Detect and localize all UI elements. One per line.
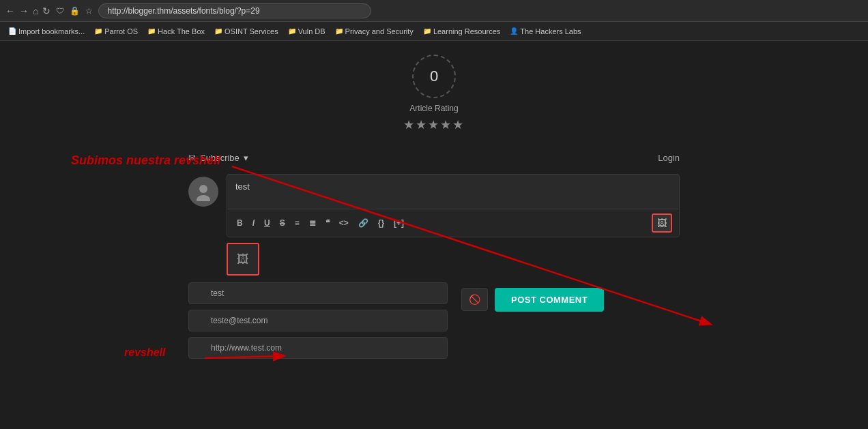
comment-section: ✉ Subscribe ▾ Login test B I <box>175 153 693 359</box>
url-field-wrapper: 🔗 <box>188 337 448 359</box>
bookmark-vulndb[interactable]: 📁 Vuln DB <box>284 26 330 37</box>
nav-refresh[interactable]: ↻ <box>42 5 50 16</box>
bookmark-learning-icon: 📁 <box>423 27 431 35</box>
shield-icon: 🛡 <box>56 6 64 16</box>
nav-back[interactable]: ← <box>5 5 15 16</box>
no-robot-button[interactable]: 🚫 <box>461 288 488 311</box>
bold-button[interactable]: B <box>234 217 246 229</box>
name-field-wrapper: 👤 <box>188 282 448 304</box>
svg-point-1 <box>197 195 210 201</box>
bookmark-htb-icon: 📁 <box>147 27 156 35</box>
fields-right: 🚫 POST COMMENT <box>461 282 604 359</box>
uploaded-image-icon: 🖼 <box>237 252 249 267</box>
fields-left: 👤 @ 🔗 <box>188 282 448 359</box>
email-field-wrapper: @ <box>188 310 448 331</box>
login-link[interactable]: Login <box>658 153 680 163</box>
bookmark-import[interactable]: 📄 Import bookmarks... <box>4 26 89 37</box>
email-field[interactable] <box>188 310 448 331</box>
image-icon: 🖼 <box>657 218 667 228</box>
italic-button[interactable]: I <box>250 217 257 229</box>
ordered-list-button[interactable]: ≡ <box>292 217 302 229</box>
bookmark-star-icon: ☆ <box>85 6 93 16</box>
bookmarks-bar: 📄 Import bookmarks... 📁 Parrot OS 📁 Hack… <box>0 22 868 41</box>
uploaded-image-preview[interactable]: 🖼 <box>227 243 259 276</box>
nav-home[interactable]: ⌂ <box>33 5 38 16</box>
no-robot-icon: 🚫 <box>469 294 480 305</box>
svg-point-0 <box>199 185 207 193</box>
bookmark-hackers[interactable]: 👤 The Hackers Labs <box>506 26 585 37</box>
bookmark-import-icon: 📄 <box>8 27 16 35</box>
url-field[interactable] <box>188 337 448 359</box>
subscribe-row: ✉ Subscribe ▾ Login <box>188 153 680 163</box>
editor-content[interactable]: test <box>227 175 679 209</box>
blockquote-button[interactable]: ❝ <box>323 217 332 229</box>
bookmark-osint-icon: 📁 <box>214 27 222 35</box>
lock-icon: 🔒 <box>70 6 80 16</box>
code-button[interactable]: <> <box>336 217 351 229</box>
rating-label: Article Rating <box>409 104 458 113</box>
bookmark-htb[interactable]: 📁 Hack The Box <box>143 26 209 37</box>
bookmark-parrot-icon: 📁 <box>94 27 102 35</box>
rating-circle: 0 <box>412 55 456 98</box>
address-bar[interactable]: http://blogger.thm/assets/fonts/blog/?p=… <box>98 3 371 18</box>
nav-forward[interactable]: → <box>19 5 29 16</box>
main-content: 0 Article Rating ★★★★★ ✉ Subscribe ▾ Log… <box>0 41 868 429</box>
post-comment-button[interactable]: POST COMMENT <box>495 288 604 312</box>
comment-input-area: test B I U S ≡ ≣ ❝ <> 🔗 {} [+] 🖼 <box>188 174 680 237</box>
rating-section: 0 Article Rating ★★★★★ <box>0 55 868 132</box>
comment-fields: 👤 @ 🔗 🚫 POST COMMENT <box>188 282 680 359</box>
bookmark-parrot[interactable]: 📁 Parrot OS <box>90 26 142 37</box>
name-field[interactable] <box>188 282 448 304</box>
plus-button[interactable]: [+] <box>391 217 407 229</box>
unordered-list-button[interactable]: ≣ <box>306 217 319 229</box>
bookmark-privacy-icon: 📁 <box>335 27 343 35</box>
browser-bar: ← → ⌂ ↻ 🛡 🔒 ☆ http://blogger.thm/assets/… <box>0 0 868 22</box>
bookmark-osint[interactable]: 📁 OSINT Services <box>210 26 283 37</box>
annotation-label-2: revshell <box>124 346 165 359</box>
avatar <box>188 177 218 207</box>
bookmark-privacy[interactable]: 📁 Privacy and Security <box>331 26 418 37</box>
bookmark-vulndb-icon: 📁 <box>288 27 296 35</box>
strikethrough-button[interactable]: S <box>277 217 288 229</box>
underline-button[interactable]: U <box>261 217 273 229</box>
image-upload-button[interactable]: 🖼 <box>652 213 672 233</box>
editor-toolbar: B I U S ≡ ≣ ❝ <> 🔗 {} [+] 🖼 <box>227 209 679 237</box>
rating-stars[interactable]: ★★★★★ <box>403 117 465 132</box>
nav-icons: ← → ⌂ ↻ <box>5 5 50 16</box>
link-button[interactable]: 🔗 <box>356 217 371 229</box>
chevron-down-icon: ▾ <box>244 153 248 163</box>
bookmark-hackers-icon: 👤 <box>510 27 518 35</box>
annotation-label-1: Subimos nuestra revshell <box>71 153 220 168</box>
comment-editor: test B I U S ≡ ≣ ❝ <> 🔗 {} [+] 🖼 <box>227 174 680 237</box>
bookmark-learning[interactable]: 📁 Learning Resources <box>419 26 504 37</box>
object-button[interactable]: {} <box>375 217 387 229</box>
